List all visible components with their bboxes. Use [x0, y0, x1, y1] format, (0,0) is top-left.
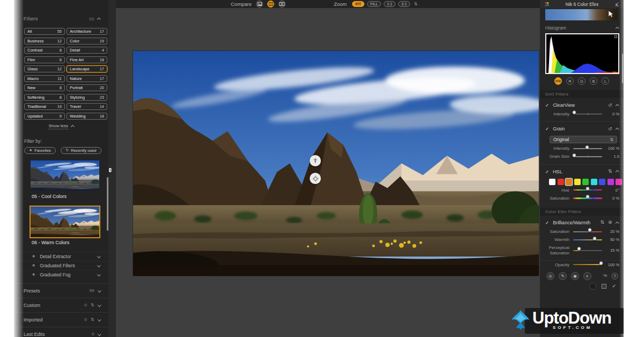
chevron-down-icon[interactable]: [97, 254, 100, 258]
split-view-button[interactable]: [267, 1, 274, 8]
category-wedding[interactable]: Wedding18: [67, 113, 107, 120]
zoom-mode-1-1[interactable]: 1:1: [384, 1, 396, 7]
category-stylizing[interactable]: Stylizing23: [67, 94, 107, 101]
category-macro[interactable]: Macro11: [24, 75, 65, 82]
reset-icon[interactable]: ↺: [608, 127, 612, 131]
mask-preview-circle[interactable]: [589, 283, 596, 290]
chevron-down-icon[interactable]: [97, 263, 100, 267]
mask-preview-square[interactable]: [602, 284, 606, 289]
stepper-icon[interactable]: ⇅: [91, 317, 94, 322]
mask-opacity-icon[interactable]: %: [603, 274, 607, 278]
category-landscape[interactable]: Landscape17: [67, 65, 107, 72]
chevron-up-icon[interactable]: [616, 222, 619, 225]
stepper-icon[interactable]: ⇅: [600, 220, 604, 225]
bw-warmth-slider[interactable]: [573, 238, 602, 242]
brilliance-warmth-checkbox[interactable]: ✓: [545, 220, 549, 225]
photo-canvas[interactable]: [133, 51, 539, 276]
slider-track[interactable]: [573, 114, 602, 115]
bw-saturation-slider[interactable]: [573, 230, 602, 234]
preset-thumbnail[interactable]: [31, 207, 99, 237]
grain-preset-dropdown[interactable]: Original ⇅: [550, 136, 617, 143]
grain-checkbox[interactable]: ✓: [545, 126, 549, 131]
category-business[interactable]: Business12: [24, 38, 65, 45]
image-preview-strip[interactable]: [545, 9, 617, 20]
chevron-up-icon[interactable]: [616, 171, 619, 174]
category-softening[interactable]: Softening8: [24, 94, 65, 101]
help-button[interactable]: ?: [611, 273, 618, 280]
side-by-side-button[interactable]: [279, 1, 286, 8]
collapse-panel-icon[interactable]: [614, 2, 619, 6]
preset-05-cool-colors[interactable]: 05 - Cool Colors: [31, 160, 99, 200]
single-view-button[interactable]: [256, 1, 263, 8]
category-new[interactable]: New8: [24, 84, 65, 91]
control-point-target[interactable]: [310, 173, 321, 184]
apply-check-icon[interactable]: ✓: [612, 283, 616, 289]
chevron-up-icon[interactable]: [97, 18, 100, 21]
right-panel-scrollbar[interactable]: [622, 54, 624, 83]
hsl-saturation-slider[interactable]: [573, 196, 602, 200]
control-point-slider[interactable]: [310, 155, 321, 166]
stepper-icon[interactable]: ⇅: [414, 2, 418, 6]
category-detail[interactable]: Detail4: [67, 47, 107, 54]
chevron-down-icon[interactable]: [97, 273, 100, 276]
hsl-checkbox[interactable]: ✓: [545, 169, 549, 174]
zoom-mode-fit[interactable]: FIT: [352, 1, 364, 7]
category-traditional[interactable]: Traditional19: [24, 103, 65, 110]
slider-track[interactable]: [573, 156, 602, 157]
slider-handle[interactable]: [586, 187, 590, 191]
reset-icon[interactable]: ↺: [608, 103, 612, 108]
channel-rgb-button[interactable]: RGB: [554, 77, 562, 85]
recently-used-button[interactable]: ↻ Recently used: [61, 147, 101, 154]
chevron-up-icon[interactable]: [616, 128, 619, 131]
hsl-hue-slider[interactable]: [573, 188, 602, 192]
remove-filter-icon[interactable]: ⊗: [608, 220, 612, 225]
channel-g-button[interactable]: G: [578, 77, 586, 85]
clearview-intensity-slider[interactable]: [573, 112, 602, 116]
recipe-detail-extractor[interactable]: ★Detail Extractor: [14, 252, 108, 261]
slider-handle[interactable]: [599, 261, 603, 265]
collapse-sidebar-arrow-icon[interactable]: [109, 168, 112, 172]
slider-handle[interactable]: [588, 228, 591, 232]
slider-track[interactable]: [573, 264, 602, 265]
chevron-down-icon[interactable]: [98, 303, 101, 306]
zoom-mode-2-1[interactable]: 2:1: [398, 1, 410, 7]
histogram-expand-icon[interactable]: [614, 35, 617, 38]
stepper-icon[interactable]: ⇅: [91, 303, 94, 307]
category-fine-art[interactable]: Fine Art18: [67, 56, 107, 63]
category-all[interactable]: All55: [24, 28, 65, 35]
grain-intensity-slider[interactable]: [573, 146, 602, 151]
hsl-swatch-4[interactable]: [582, 179, 589, 185]
hsl-swatch-3[interactable]: [574, 179, 581, 185]
chevron-down-icon[interactable]: [98, 332, 101, 335]
preset-thumbnail[interactable]: [31, 160, 99, 191]
category-architecture[interactable]: Architecture17: [67, 28, 107, 35]
category-contrast[interactable]: Contrast8: [24, 47, 65, 54]
slider-handle[interactable]: [592, 237, 596, 240]
hsl-swatch-8[interactable]: [616, 179, 622, 185]
zoom-mode-fill[interactable]: FILL: [367, 1, 381, 7]
channel-l-button[interactable]: L: [602, 77, 609, 85]
recipe-graduated-fog[interactable]: ★Graduated Fog: [14, 270, 108, 279]
chevron-up-icon[interactable]: [616, 104, 619, 107]
slider-track[interactable]: [573, 239, 602, 240]
show-less-link[interactable]: Show less: [14, 123, 108, 129]
category-film[interactable]: Film6: [24, 56, 65, 63]
hsl-swatch-6[interactable]: [599, 179, 605, 185]
stepper-icon[interactable]: ⇅: [608, 169, 612, 174]
brush-tool-button[interactable]: ✎: [559, 272, 567, 280]
slider-handle[interactable]: [572, 111, 576, 114]
category-portrait[interactable]: Portrait20: [67, 84, 107, 91]
gradient-mask-tool-button[interactable]: ◐: [583, 272, 591, 280]
clearview-checkbox[interactable]: ✓: [545, 102, 549, 108]
sidebar-section-last-edits[interactable]: Last Edits0: [14, 327, 108, 337]
radial-mask-tool-button[interactable]: ◉: [571, 272, 579, 280]
hsl-swatch-2[interactable]: [566, 179, 572, 185]
category-nature[interactable]: Nature17: [67, 75, 107, 82]
slider-handle[interactable]: [577, 247, 581, 251]
sidebar-section-imported[interactable]: Imported0⇅: [14, 312, 108, 327]
control-point-tool-button[interactable]: ◎: [546, 272, 554, 280]
bw-opacity-slider[interactable]: [573, 262, 602, 267]
slider-handle[interactable]: [585, 145, 589, 149]
preset-06-warm-colors[interactable]: 06 - Warm Colors: [31, 207, 99, 246]
recipe-graduated-filters[interactable]: ★Graduated Filters: [14, 261, 108, 270]
